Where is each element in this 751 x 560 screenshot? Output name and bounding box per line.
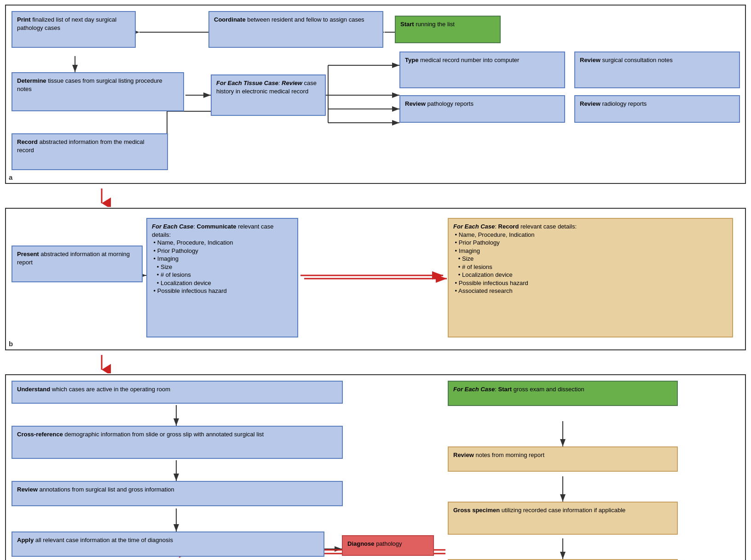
present-text: Present abstracted information at mornin… (17, 251, 130, 266)
diagnose-text: Diagnose pathology (347, 540, 402, 547)
diagram-container: Print finalized list of next day surgica… (5, 5, 746, 560)
start-box: Start running the list (395, 16, 501, 43)
review-annot-text: Review annotations from surgical list an… (17, 486, 174, 493)
record-right-text: For Each Case: Record relevant case deta… (453, 223, 577, 294)
review-path-text: Review pathology reports (405, 100, 474, 107)
record-right-box: For Each Case: Record relevant case deta… (448, 218, 733, 337)
review-radio-box: Review radiology reports (574, 95, 740, 123)
record-text: Record abstracted information from the m… (17, 138, 144, 154)
determine-text: Determine tissue cases from surgical lis… (17, 77, 162, 92)
communicate-text: For Each Case: Communicate relevant case… (152, 223, 273, 294)
cross-ref-box: Cross-reference demographic information … (12, 426, 343, 459)
section-a-wrapper: Print finalized list of next day surgica… (5, 5, 746, 207)
review-annot-box: Review annotations from surgical list an… (12, 481, 343, 506)
present-box: Present abstracted information at mornin… (12, 246, 143, 282)
print-text: Print finalized list of next day surgica… (17, 16, 116, 31)
arrow-a-to-b (92, 189, 111, 207)
understand-text: Understand which cases are active in the… (17, 386, 170, 393)
record-box: Record abstracted information from the m… (12, 133, 168, 170)
start-gross-text: For Each Case: Start gross exam and diss… (453, 386, 584, 393)
review-notes-text: Review notes from morning report (453, 451, 544, 458)
review-surgical-text: Review surgical consultation notes (580, 57, 673, 63)
section-b: Present abstracted information at mornin… (5, 208, 746, 350)
communicate-box: For Each Case: Communicate relevant case… (146, 218, 298, 337)
gross-specimen-box: Gross specimen utilizing recorded case i… (448, 502, 678, 535)
print-box: Print finalized list of next day surgica… (12, 11, 136, 48)
section-a: Print finalized list of next day surgica… (5, 5, 746, 184)
diagnose-box: Diagnose pathology (342, 535, 434, 556)
coordinate-box: Coordinate between resident and fellow t… (208, 11, 383, 48)
type-medical-box: Type medical record number into computer (399, 51, 565, 88)
apply-text: Apply all relevant case information at t… (17, 537, 173, 543)
start-text: Start running the list (400, 21, 455, 28)
gross-specimen-text: Gross specimen utilizing recorded case i… (453, 507, 625, 514)
for-each-tissue-text: For Each Tissue Case: Review case histor… (216, 80, 317, 95)
section-b-label: b (9, 340, 13, 348)
determine-box: Determine tissue cases from surgical lis… (12, 72, 184, 111)
start-gross-box: For Each Case: Start gross exam and diss… (448, 381, 678, 406)
understand-box: Understand which cases are active in the… (12, 381, 343, 404)
apply-box: Apply all relevant case information at t… (12, 531, 324, 557)
section-a-label: a (9, 173, 12, 181)
for-each-tissue-box: For Each Tissue Case: Review case histor… (211, 74, 326, 116)
review-surgical-box: Review surgical consultation notes (574, 51, 740, 88)
section-c-wrapper: Understand which cases are active in the… (5, 374, 746, 560)
review-notes-box: Review notes from morning report (448, 446, 678, 472)
arrow-b-to-c (92, 355, 111, 373)
review-radio-text: Review radiology reports (580, 100, 647, 107)
type-medical-text: Type medical record number into computer (405, 57, 519, 63)
coordinate-text: Coordinate between resident and fellow t… (214, 16, 364, 23)
review-path-box: Review pathology reports (399, 95, 565, 123)
section-b-wrapper: Present abstracted information at mornin… (5, 208, 746, 373)
section-c: Understand which cases are active in the… (5, 374, 746, 560)
cross-ref-text: Cross-reference demographic information … (17, 431, 264, 438)
